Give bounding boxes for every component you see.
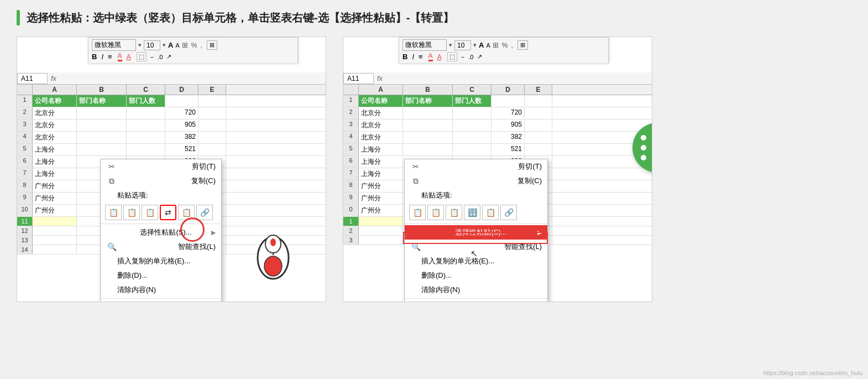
paste-icon-2[interactable]: 📋	[123, 205, 140, 220]
right-ctx-cut[interactable]: ✂ 剪切(T)	[405, 159, 547, 174]
format-icon[interactable]: ⊞	[182, 41, 188, 49]
right-paste-icon-3[interactable]: 📋	[446, 205, 462, 220]
right-cell-9A[interactable]: 广州分	[359, 193, 403, 204]
font-size[interactable]: 10	[144, 40, 160, 50]
cell-2C[interactable]	[127, 107, 165, 119]
right-paste-icon-4[interactable]: 🔢	[464, 205, 480, 220]
cell-2D[interactable]: 720	[165, 107, 198, 119]
right-bold-btn[interactable]: B	[402, 53, 407, 61]
right-minus-btn[interactable]: −	[461, 54, 464, 60]
right-cell-ref[interactable]: A11	[343, 73, 374, 84]
right-cell-3D[interactable]: 905	[491, 120, 525, 131]
right-ctx-clear[interactable]: 清除内容(N)	[405, 283, 547, 297]
zero-btn[interactable]: .0	[158, 54, 163, 60]
right-cell-13A[interactable]	[359, 236, 403, 245]
right-paste-icon-6[interactable]: 🔗	[500, 205, 517, 220]
arrow-btn[interactable]: ↗	[166, 53, 171, 60]
right-font-grow-btn[interactable]: A	[479, 41, 484, 49]
cell-3E[interactable]	[198, 120, 226, 131]
right-font-color-btn[interactable]: A	[428, 52, 433, 61]
right-cell-8A[interactable]: 广州分	[359, 180, 403, 192]
ctx-cut[interactable]: ✂ 剪切(T)	[101, 159, 221, 174]
font-color-btn[interactable]: A	[118, 52, 122, 61]
cell-2A[interactable]: 北京分	[33, 107, 77, 119]
cell-2E[interactable]	[198, 107, 226, 119]
italic-btn[interactable]: I	[101, 53, 103, 61]
ctx-clear[interactable]: 清除内容(N)	[101, 283, 221, 297]
minus-btn[interactable]: −	[150, 54, 154, 60]
right-ctx-delete[interactable]: 删除(D)...	[405, 268, 547, 283]
ctx-paste-special[interactable]: 选择性粘贴(S)... ▶	[101, 225, 221, 240]
cell-3A[interactable]: 北京分	[33, 120, 77, 131]
right-cell-3A[interactable]: 北京分	[359, 120, 403, 131]
cell-2B[interactable]	[77, 107, 127, 119]
ctx-quick-analyze[interactable]: ⬚ 快速分析(Q)	[101, 300, 221, 302]
right-format-icon[interactable]: ⊞	[493, 41, 499, 49]
right-paste-icon-1[interactable]: 📋	[409, 205, 426, 220]
cell-4C[interactable]	[127, 132, 165, 143]
cell-3C[interactable]	[127, 120, 165, 131]
cell-13A[interactable]	[33, 236, 77, 245]
cell-4A[interactable]: 北京分	[33, 132, 77, 143]
cell-4B[interactable]	[77, 132, 127, 143]
ctx-copy[interactable]: ⧉ 复制(C)	[101, 174, 221, 188]
cell-10A[interactable]: 广州分	[33, 205, 77, 216]
cell-1B[interactable]: 部门名称	[77, 95, 127, 107]
right-cell-2C[interactable]	[453, 107, 491, 119]
cell-3B[interactable]	[77, 120, 127, 131]
cell-4D[interactable]: 382	[165, 132, 198, 143]
right-underline-btn[interactable]: A	[437, 53, 442, 61]
right-cell-4A[interactable]: 北京分	[359, 132, 403, 143]
right-cell-1D[interactable]	[491, 95, 525, 107]
right-cell-2E[interactable]	[525, 107, 552, 119]
border-style-btn[interactable]: ⬚	[137, 52, 147, 61]
left-cell-ref[interactable]: A11	[17, 73, 48, 84]
font-name[interactable]: 微软雅黑	[92, 39, 136, 51]
cell-1A[interactable]: 公司名称	[33, 95, 77, 107]
cell-5A[interactable]: 上海分	[33, 144, 77, 155]
toolbar-border-btn[interactable]: ⊞	[207, 40, 217, 50]
right-font-size[interactable]: 10	[454, 40, 471, 50]
cell-9A[interactable]: 广州分	[33, 193, 77, 204]
cell-1C[interactable]: 部门人数	[127, 95, 165, 107]
right-zero-btn[interactable]: .0	[468, 54, 473, 60]
right-cell-3C[interactable]	[453, 120, 491, 131]
cell-3D[interactable]: 905	[165, 120, 198, 131]
cell-1D[interactable]	[165, 95, 198, 107]
right-ctx-paste-special[interactable]: 选择性粘贴(S)... ▶	[405, 225, 547, 240]
right-cell-1C[interactable]: 部门人数	[453, 95, 491, 107]
paste-icon-5[interactable]: 📋	[178, 205, 195, 220]
paste-icon-1[interactable]: 📋	[105, 205, 122, 220]
cell-7A[interactable]: 上海分	[33, 168, 77, 180]
cell-5E[interactable]	[198, 144, 226, 155]
right-arrow-btn[interactable]: ↗	[477, 53, 482, 60]
right-font-shrink-btn[interactable]: A	[486, 42, 490, 49]
bold-btn[interactable]: B	[92, 53, 97, 61]
right-border-style-btn[interactable]: ⬚	[447, 52, 457, 61]
cell-11A[interactable]	[33, 217, 77, 226]
right-cell-5B[interactable]	[403, 144, 453, 155]
right-cell-4D[interactable]: 382	[491, 132, 525, 143]
right-cell-5C[interactable]	[453, 144, 491, 155]
right-cell-12A[interactable]	[359, 226, 403, 235]
right-paste-icon-5[interactable]: 📋	[482, 205, 499, 220]
right-cell-1E[interactable]	[525, 95, 552, 107]
right-cell-4E[interactable]	[525, 132, 552, 143]
right-cell-4B[interactable]	[403, 132, 453, 143]
right-cell-5A[interactable]: 上海分	[359, 144, 403, 155]
cell-12A[interactable]	[33, 226, 77, 235]
right-ctx-quick-analyze[interactable]: ⬚ 快速分析(Q)	[405, 300, 547, 302]
right-align-btn[interactable]: ≡	[419, 53, 423, 61]
right-context-menu[interactable]: ✂ 剪切(T) ⧉ 复制(C) 粘贴选项: 📋 📋 📋 🔢 📋	[404, 159, 548, 302]
cell-5B[interactable]	[77, 144, 127, 155]
right-cell-5E[interactable]	[525, 144, 552, 155]
right-paste-icon-2[interactable]: 📋	[427, 205, 444, 220]
font-shrink-btn[interactable]: A	[175, 42, 179, 49]
right-cell-5D[interactable]: 521	[491, 144, 525, 155]
right-toolbar-border-btn[interactable]: ⊞	[517, 40, 528, 50]
cell-14A[interactable]	[33, 245, 77, 254]
right-cell-1A[interactable]: 公司名称	[359, 95, 403, 107]
paste-icon-3[interactable]: 📋	[142, 205, 158, 220]
left-context-menu[interactable]: ✂ 剪切(T) ⧉ 复制(C) 粘贴选项: 📋 📋 📋 ⇄	[100, 159, 222, 302]
right-italic-btn[interactable]: I	[412, 53, 414, 61]
